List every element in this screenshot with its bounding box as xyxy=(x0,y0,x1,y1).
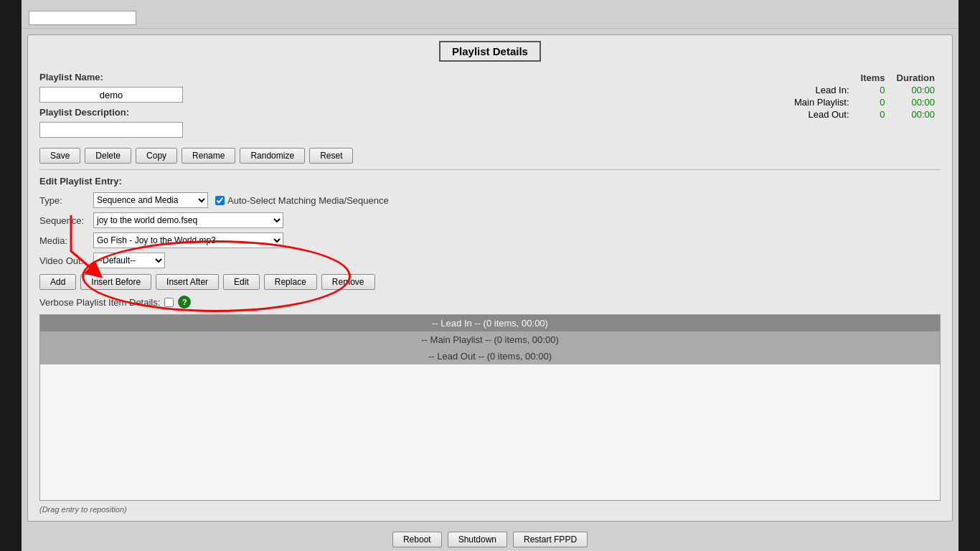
main-playlist-label: Main Playlist: xyxy=(788,96,855,108)
action-buttons-row: Save Delete Copy Rename Randomize Reset xyxy=(39,148,941,164)
stats-main-row: Main Playlist: 0 00:00 xyxy=(788,96,941,108)
lead-out-header: -- Lead Out -- (0 items, 00:00) xyxy=(40,348,940,364)
stats-items-header: Items xyxy=(855,72,891,84)
delete-button[interactable]: Delete xyxy=(85,148,131,164)
playlist-action-buttons: Add Insert Before Insert After Edit Repl… xyxy=(39,274,941,290)
main-panel: Playlist Details xyxy=(27,34,953,522)
rename-button[interactable]: Rename xyxy=(182,148,235,164)
insert-before-button[interactable]: Insert Before xyxy=(80,274,151,290)
video-out-row: Video Out: --Default-- xyxy=(39,253,941,268)
playlist-name-input[interactable] xyxy=(39,87,183,103)
lead-out-items: 0 xyxy=(855,108,891,121)
stats-lead-out-row: Lead Out: 0 00:00 xyxy=(788,108,941,121)
sequence-row: Sequence: joy to the world demo.fseq xyxy=(39,212,941,228)
bottom-buttons: Reboot Shutdown Restart FPPD xyxy=(22,532,958,547)
randomize-button[interactable]: Randomize xyxy=(240,148,305,164)
lead-in-label: Lead In: xyxy=(788,84,855,96)
media-row: Media: Go Fish - Joy to the World.mp3 xyxy=(39,232,941,248)
save-button[interactable]: Save xyxy=(39,148,80,164)
playlist-name-label: Playlist Name: xyxy=(39,72,103,83)
shutdown-button[interactable]: Shutdown xyxy=(448,532,507,547)
panel-title: Playlist Details xyxy=(439,41,541,62)
stats-duration-header: Duration xyxy=(891,72,941,84)
type-row: Type: Sequence and Media Sequence Only M… xyxy=(39,192,941,208)
sequence-label: Sequence: xyxy=(39,215,93,226)
insert-after-button[interactable]: Insert After xyxy=(156,274,219,290)
restart-fppd-button[interactable]: Restart FPPD xyxy=(513,532,588,547)
auto-select-checkbox[interactable] xyxy=(215,196,225,205)
reboot-button[interactable]: Reboot xyxy=(392,532,442,547)
type-select[interactable]: Sequence and Media Sequence Only Media O… xyxy=(93,192,208,208)
playlist-list-area: -- Lead In -- (0 items, 00:00) -- Main P… xyxy=(39,314,941,501)
auto-select-text: Auto-Select Matching Media/Sequence xyxy=(227,195,389,206)
video-out-label: Video Out: xyxy=(39,255,93,266)
auto-select-label: Auto-Select Matching Media/Sequence xyxy=(215,195,389,206)
edit-button[interactable]: Edit xyxy=(223,274,260,290)
media-select[interactable]: Go Fish - Joy to the World.mp3 xyxy=(93,232,283,248)
inner-section: Playlist Name: Playlist Description: xyxy=(28,65,952,521)
edit-section-title: Edit Playlist Entry: xyxy=(39,176,941,187)
reset-button[interactable]: Reset xyxy=(309,148,353,164)
top-input[interactable] xyxy=(29,11,136,25)
replace-button[interactable]: Replace xyxy=(264,274,317,290)
help-icon[interactable]: ? xyxy=(178,296,191,309)
add-button[interactable]: Add xyxy=(39,274,76,290)
lead-in-duration: 00:00 xyxy=(891,84,941,96)
remove-button[interactable]: Remove xyxy=(321,274,375,290)
sequence-select[interactable]: joy to the world demo.fseq xyxy=(93,212,283,228)
verbose-row: Verbose Playlist Item Details: ? xyxy=(39,296,941,309)
divider-1 xyxy=(39,169,941,170)
main-playlist-duration: 00:00 xyxy=(891,96,941,108)
main-playlist-header: -- Main Playlist -- (0 items, 00:00) xyxy=(40,331,940,348)
stats-lead-in-row: Lead In: 0 00:00 xyxy=(788,84,941,96)
copy-button[interactable]: Copy xyxy=(136,148,177,164)
type-label: Type: xyxy=(39,195,93,206)
video-out-select[interactable]: --Default-- xyxy=(93,253,165,268)
lead-out-label: Lead Out: xyxy=(788,108,855,121)
playlist-desc-label: Playlist Description: xyxy=(39,107,129,118)
verbose-checkbox[interactable] xyxy=(164,298,174,307)
main-playlist-items: 0 xyxy=(855,96,891,108)
lead-out-duration: 00:00 xyxy=(891,108,941,121)
playlist-desc-input[interactable] xyxy=(39,122,183,138)
stats-table: Items Duration Lead In: 0 00:00 Ma xyxy=(788,72,941,142)
lead-in-header: -- Lead In -- (0 items, 00:00) xyxy=(40,315,940,331)
verbose-label: Verbose Playlist Item Details: xyxy=(39,297,160,308)
media-label: Media: xyxy=(39,235,93,246)
lead-in-items: 0 xyxy=(855,84,891,96)
drag-note: (Drag entry to reposition) xyxy=(39,504,941,515)
